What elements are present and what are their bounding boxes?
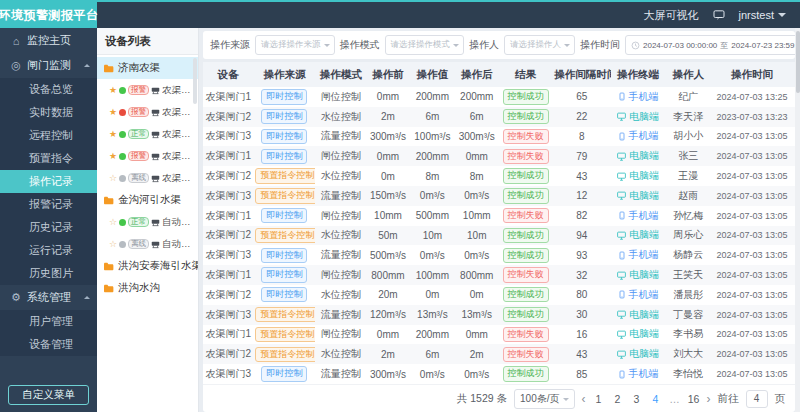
operator-filter-label: 操作人 [469, 38, 499, 52]
tree-device-item[interactable]: ★报警农渠闸门1 [97, 79, 198, 101]
cell-after: 2m [455, 349, 499, 360]
date-range-input[interactable]: 2024-07-03 00:00:00 至 2024-07-23 23:59:5… [625, 35, 800, 55]
terminal-link[interactable]: 手机端 [618, 129, 659, 143]
tree-device-item[interactable]: ☆离线自动化闸... [97, 233, 198, 255]
page-numbers: 1234…16 [593, 393, 700, 405]
table-row[interactable]: 农渠闸门3即时控制流量控制300m³/s100m³/s300m³/s控制失败8手… [203, 127, 795, 147]
terminal-link[interactable]: 电脑端 [617, 169, 659, 183]
cell-operator: 纪广 [665, 90, 712, 104]
status-badge: 离线 [128, 239, 149, 249]
table-row[interactable]: 农渠闸门3预置指令控制流量控制120m³/s13m³/s13m³/s控制成功30… [203, 305, 795, 325]
source-badge: 预置指令控制 [255, 168, 315, 183]
star-icon: ★ [109, 85, 117, 95]
table-row[interactable]: 农渠闸门2预置指令控制水位控制2m6m2m控制失败43电脑端刘大大2024-07… [203, 344, 795, 364]
terminal-link[interactable]: 电脑端 [617, 228, 659, 242]
terminal-label: 电脑端 [629, 327, 659, 341]
terminal-link[interactable]: 手机端 [618, 248, 659, 262]
sidebar-subitem[interactable]: 历史图片 [0, 262, 97, 285]
device-list-title: 设备列表 [97, 28, 198, 55]
sidebar-subitem[interactable]: 设备总览 [0, 78, 97, 101]
result-badge: 控制失败 [503, 149, 549, 164]
sidebar-subitem[interactable]: 操作记录 [0, 170, 97, 193]
sidebar-subitem[interactable]: 预置指令 [0, 147, 97, 170]
prev-page-button[interactable]: ‹ [582, 392, 586, 406]
mode-select[interactable]: 请选择操作模式 [385, 35, 465, 55]
table-row[interactable]: 农渠闸门3即时控制流量控制300m³/s0m³/s0m³/s控制成功85手机端李… [203, 364, 795, 384]
table-row[interactable]: 农渠闸门3预置指令控制流量控制150m³/s0m³/s0m³/s控制成功12电脑… [203, 186, 795, 206]
window-scrollbar-thumb[interactable] [796, 31, 800, 93]
page-number[interactable]: 1 [593, 393, 605, 405]
terminal-link[interactable]: 电脑端 [617, 268, 659, 282]
terminal-link[interactable]: 手机端 [618, 288, 659, 302]
tree-folder[interactable]: 济南农渠 [97, 57, 198, 79]
terminal-link[interactable]: 电脑端 [617, 308, 659, 322]
page-number[interactable]: 3 [631, 393, 643, 405]
sidebar-item[interactable]: ⚙系统管理 [0, 285, 97, 310]
cell-value: 200mm [410, 91, 454, 102]
terminal-link[interactable]: 手机端 [618, 90, 659, 104]
phone-icon [618, 251, 626, 260]
custom-menu-button[interactable]: 自定义菜单 [8, 385, 89, 405]
table-row[interactable]: 农渠闸门3即时控制流量控制500m³/s0m³/s0m³/s控制成功93手机端杨… [203, 245, 795, 265]
tree-folder[interactable]: 洪沟安泰海引水渠 [97, 255, 198, 277]
table-row[interactable]: 农渠闸门2即时控制水位控制20m0m0m控制成功80手机端潘晨彤2024-07-… [203, 285, 795, 305]
terminal-link[interactable]: 电脑端 [617, 327, 659, 341]
tree-folder[interactable]: 金沟河引水渠 [97, 189, 198, 211]
page-number[interactable]: 16 [688, 393, 700, 405]
sidebar-subitem[interactable]: 远程控制 [0, 124, 97, 147]
tree-device-item[interactable]: ★正常农渠闸门3 [97, 123, 198, 145]
window-scrollbar[interactable] [795, 28, 800, 412]
sidebar-subitem[interactable]: 报警记录 [0, 193, 97, 216]
terminal-label: 电脑端 [629, 169, 659, 183]
tree-device-item[interactable]: ☆正常自动化闸... [97, 211, 198, 233]
big-screen-link[interactable]: 大屏可视化 [644, 8, 699, 23]
sidebar-subitem[interactable]: 用户管理 [0, 310, 97, 333]
cell-source: 即时控制 [253, 267, 315, 282]
table-row[interactable]: 农渠闸门2预置指令控制水位控制0m8m8m控制成功43电脑端王漫2024-07-… [203, 166, 795, 186]
tree-device-item[interactable]: ★报警农渠闸门4 [97, 145, 198, 167]
page-number[interactable]: 4 [650, 393, 662, 405]
app-window: 环境预警测报平台 大屏可视化 jnrstest ⌂监控主页◎闸门监测设备总览实时… [0, 0, 800, 412]
table-row[interactable]: 农渠闸门2即时控制水位控制2m6m6m控制成功22电脑端李天泽2023-07-0… [203, 107, 795, 127]
sidebar-item[interactable]: ◎闸门监测 [0, 53, 97, 78]
status-dot [119, 241, 126, 248]
cell-terminal: 手机端 [611, 367, 664, 381]
page-number[interactable]: 2 [612, 393, 624, 405]
source-select[interactable]: 请选择操作来源 [255, 35, 335, 55]
table-row[interactable]: 农渠闸门1预置指令控制闸位控制0mm200mm0mm控制失败16电脑端李书易20… [203, 325, 795, 345]
monitor-icon [617, 330, 626, 339]
folder-icon [103, 196, 114, 205]
sidebar-subitem[interactable]: 实时数据 [0, 101, 97, 124]
terminal-link[interactable]: 电脑端 [617, 347, 659, 361]
table-row[interactable]: 农渠闸门1即时控制闸位控制800mm100mm800mm控制失败32电脑端王笑天… [203, 265, 795, 285]
sidebar-subitem[interactable]: 运行记录 [0, 239, 97, 262]
topbar-right: 大屏可视化 jnrstest [644, 8, 800, 23]
table-row[interactable]: 农渠闸门1即时控制闸位控制0mm200mm200mm控制成功65手机端纪广202… [203, 87, 795, 107]
tree-device-item[interactable]: ☆离线农渠闸门5 [97, 167, 198, 189]
tree-folder[interactable]: 洪沟水沟 [97, 277, 198, 299]
tree-device-item[interactable]: ★报警农渠闸门2 [97, 101, 198, 123]
jump-page-input[interactable] [746, 390, 768, 408]
page-size-select[interactable]: 100条/页 [514, 389, 574, 409]
sidebar-subitem[interactable]: 设备管理 [0, 333, 97, 356]
terminal-link[interactable]: 电脑端 [617, 189, 659, 203]
terminal-link[interactable]: 电脑端 [617, 110, 659, 124]
user-menu[interactable]: jnrstest [739, 9, 786, 21]
star-icon: ★ [109, 129, 117, 139]
cell-interval: 65 [552, 91, 611, 102]
device-panel-scrollbar[interactable] [193, 58, 197, 104]
cell-after: 10m [455, 230, 499, 241]
next-page-button[interactable]: › [707, 392, 711, 406]
terminal-link[interactable]: 手机端 [618, 209, 659, 223]
operator-select[interactable]: 请选择操作人 [504, 35, 575, 55]
table-row[interactable]: 农渠闸门1即时控制闸位控制0mm200mm0mm控制失败79电脑端张三2024-… [203, 146, 795, 166]
terminal-link[interactable]: 手机端 [618, 367, 659, 381]
sidebar-item[interactable]: ⌂监控主页 [0, 28, 97, 53]
terminal-link[interactable]: 电脑端 [617, 149, 659, 163]
sidebar-subitem[interactable]: 历史记录 [0, 216, 97, 239]
monitor-icon [617, 271, 626, 280]
table-row[interactable]: 农渠闸门1即时控制闸位控制10mm500mm10mm控制失败82手机端孙忆梅20… [203, 206, 795, 226]
table-row[interactable]: 农渠闸门2预置指令控制水位控制50m10m10m控制成功94电脑端周乐心2024… [203, 226, 795, 246]
message-icon[interactable] [713, 10, 725, 20]
cell-mode: 流量控制 [315, 129, 365, 143]
